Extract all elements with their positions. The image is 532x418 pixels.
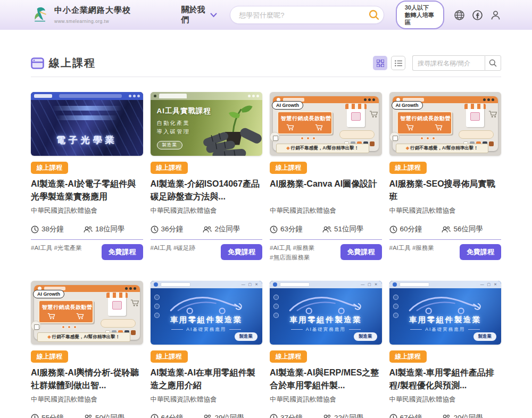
free-course-button[interactable]: 免費課程 bbox=[340, 244, 382, 260]
cart-icon bbox=[47, 313, 56, 320]
thumbnail-subtitle: 導入碳管理 bbox=[157, 128, 190, 136]
course-card[interactable]: — ▢ ✕ 車用零組件製造業 AI基礎實務應用 製造業 線上課程 AI製造業-車… bbox=[389, 281, 502, 418]
course-thumbnail[interactable]: AI工具實戰課程 自動化產業 導入碳管理 製造業 bbox=[151, 92, 263, 156]
course-title[interactable]: AI服務業-Canva AI圖像設計 bbox=[270, 178, 382, 204]
clock-icon bbox=[31, 225, 39, 233]
course-thumbnail[interactable]: — ▢ ✕ 車用零組件製造業 AI基礎實務應用 製造業 bbox=[270, 281, 382, 345]
clock-icon bbox=[151, 414, 159, 418]
thumb-browser-bar bbox=[151, 92, 263, 100]
thumbnail-title: 車用零組件製造業 bbox=[151, 315, 263, 325]
card-footer: #AI工具 #服務業#無店面服務業 免費課程 bbox=[270, 244, 382, 263]
course-type-badge: 線上課程 bbox=[151, 162, 188, 174]
facebook-icon[interactable] bbox=[472, 10, 483, 21]
course-thumbnail[interactable]: AI Growth 智慧行銷成長啟動營 ◆行銷不靠感覺，AI幫你精準出擊！ bbox=[389, 92, 502, 156]
course-search-bar bbox=[412, 55, 501, 71]
course-type-badge: 線上課程 bbox=[270, 162, 307, 174]
course-thumbnail[interactable]: AI Growth 智慧行銷成長啟動營 ◆行銷不靠感覺，AI幫你精準出擊！ bbox=[270, 92, 382, 156]
course-title[interactable]: AI製造業-介紹ISO14067產品碳足跡盤查方法與... bbox=[151, 178, 263, 204]
course-provider: 中華民國資訊軟體協會 bbox=[389, 206, 502, 215]
user-icon[interactable] bbox=[490, 10, 501, 21]
students-icon bbox=[442, 226, 451, 233]
course-card[interactable]: AI工具實戰課程 自動化產業 導入碳管理 製造業 線上課程 AI製造業-介紹IS… bbox=[151, 92, 263, 263]
site-title: 中小企業網路大學校 bbox=[54, 5, 131, 14]
students-icon bbox=[84, 414, 93, 418]
free-course-button[interactable]: 免費課程 bbox=[102, 244, 143, 260]
cart-icon bbox=[76, 313, 85, 320]
thumbnail-industry-badge: 製造業 bbox=[157, 141, 183, 149]
thumbnail-title: 車用零組件製造業 bbox=[389, 315, 502, 325]
course-search-button[interactable] bbox=[485, 55, 501, 71]
cart-icon bbox=[130, 299, 140, 307]
thumbnail-industry-badge: 製造業 bbox=[473, 332, 497, 341]
course-meta: 36分鐘 2位同學 bbox=[151, 224, 263, 234]
clock-icon bbox=[389, 414, 397, 418]
students-icon bbox=[84, 226, 93, 233]
thumbnail-slogan: ◆行銷不靠感覺，AI幫你精準出擊！ bbox=[396, 144, 489, 153]
shopping-bag-icon bbox=[389, 132, 400, 142]
course-card[interactable]: — ▢ ✕ 車用零組件製造業 AI基礎實務應用 製造業 線上課程 AI製造業-A… bbox=[151, 281, 263, 418]
course-card[interactable]: AI Growth 智慧行銷成長啟動營 ◆行銷不靠感覺，AI幫你精準出擊！ bbox=[31, 281, 143, 418]
course-provider: 中華民國資訊軟體協會 bbox=[151, 206, 263, 215]
thumb-browser-bar: — ▢ ✕ bbox=[151, 281, 263, 288]
sme-digital-zone-button[interactable]: 30人以下 數轉人培專區 bbox=[396, 1, 444, 30]
course-meta: 60分鐘 56位同學 bbox=[389, 224, 502, 234]
site-logo[interactable]: 中小企業網路大學校 www.smelearning.org.tw bbox=[31, 5, 168, 25]
course-thumbnail[interactable]: — ▢ ✕ 車用零組件製造業 AI基礎實務應用 製造業 bbox=[389, 281, 502, 345]
students-icon bbox=[203, 226, 212, 233]
thumbnail-industry-badge: 製造業 bbox=[235, 332, 258, 341]
header-icons bbox=[454, 10, 501, 21]
course-thumbnail[interactable]: — ▢ ✕ 車用零組件製造業 AI基礎實務應用 製造業 bbox=[151, 281, 263, 345]
course-title[interactable]: AI製造業-車用零組件產品排程/製程優化與預測... bbox=[389, 366, 502, 392]
header-search-input[interactable] bbox=[239, 11, 367, 19]
list-view-toggle[interactable] bbox=[391, 56, 405, 70]
course-students: 56位同學 bbox=[453, 224, 483, 234]
storefront-illustration bbox=[466, 106, 484, 127]
thumbnail-title-panel: 智慧行銷成長啟動營 bbox=[397, 111, 452, 135]
course-title[interactable]: AI服務業-SEO搜尋佈局實戰班 bbox=[389, 178, 502, 204]
thumbnail-title: 智慧行銷成長啟動營 bbox=[281, 115, 329, 122]
course-duration: 38分鐘 bbox=[41, 224, 64, 234]
course-title[interactable]: AI製造業-AI在車用零組件製造之應用介紹 bbox=[151, 366, 263, 392]
grid-view-toggle[interactable] bbox=[373, 56, 387, 70]
shopping-bag-icon bbox=[270, 132, 280, 142]
course-duration: 36分鐘 bbox=[161, 224, 184, 234]
course-provider: 中華民國資訊軟體協會 bbox=[270, 395, 382, 404]
card-footer: #AI工具 #服務業 免費課程 bbox=[389, 244, 502, 260]
free-course-button[interactable]: 免費課程 bbox=[460, 244, 501, 260]
search-icon bbox=[489, 59, 497, 67]
course-thumbnail[interactable]: 電子光學業 bbox=[31, 92, 143, 156]
header-search-button[interactable] bbox=[367, 8, 381, 22]
nav-about-us[interactable]: 關於我們 bbox=[181, 5, 218, 25]
course-duration: 67分鐘 bbox=[400, 413, 422, 418]
course-title[interactable]: AI製造業-AI於電子零組件與光學製造業實務應用 bbox=[31, 178, 143, 204]
thumb-browser-bar bbox=[31, 92, 143, 100]
course-title[interactable]: AI服務業-AI輿情分析-從聆聽社群媒體到做出智... bbox=[31, 366, 143, 392]
thumbnail-glow-line bbox=[56, 115, 118, 120]
thumbnail-title: 車用零組件製造業 bbox=[270, 315, 382, 325]
course-type-badge: 線上課程 bbox=[31, 162, 68, 174]
course-type-badge: 線上課程 bbox=[151, 350, 188, 363]
window-controls-icon: — ▢ ✕ bbox=[242, 282, 259, 287]
course-meta: 37分鐘 22位同學 bbox=[270, 413, 382, 418]
thumb-browser-bar: — ▢ ✕ bbox=[389, 281, 502, 288]
course-card[interactable]: 電子光學業 線上課程 AI製造業-AI於電子零組件與光學製造業實務應用 中華民國… bbox=[31, 92, 143, 263]
thumbnail-title: AI工具實戰課程 bbox=[157, 106, 212, 116]
students-icon bbox=[442, 414, 451, 418]
course-card[interactable]: AI Growth 智慧行銷成長啟動營 ◆行銷不靠感覺，AI幫你精準出擊！ bbox=[270, 92, 382, 263]
free-course-button[interactable]: 免費課程 bbox=[221, 244, 262, 260]
globe-icon[interactable] bbox=[454, 10, 465, 21]
logo-text: 中小企業網路大學校 www.smelearning.org.tw bbox=[54, 5, 168, 25]
thumbnail-subtitle: 自動化產業 bbox=[157, 120, 190, 127]
course-thumbnail[interactable]: AI Growth 智慧行銷成長啟動營 ◆行銷不靠感覺，AI幫你精準出擊！ bbox=[31, 281, 143, 345]
course-card[interactable]: AI Growth 智慧行銷成長啟動營 ◆行銷不靠感覺，AI幫你精準出擊！ bbox=[389, 92, 502, 263]
courses-icon bbox=[31, 57, 44, 69]
course-meta: 63分鐘 51位同學 bbox=[270, 224, 382, 234]
course-title[interactable]: AI製造業-AI與ERP/MES之整合於車用零組件製... bbox=[270, 366, 382, 392]
nav-about-label: 關於我們 bbox=[181, 5, 208, 25]
course-search-input[interactable] bbox=[412, 55, 485, 71]
card-divider bbox=[31, 239, 143, 240]
thumbnail-title: 智慧行銷成長啟動營 bbox=[401, 115, 448, 122]
thumbnail-slogan: ◆行銷不靠感覺，AI幫你精準出擊！ bbox=[276, 144, 369, 153]
course-students: 22位同學 bbox=[334, 413, 364, 418]
course-card[interactable]: — ▢ ✕ 車用零組件製造業 AI基礎實務應用 製造業 線上課程 AI製造業-A… bbox=[270, 281, 382, 418]
